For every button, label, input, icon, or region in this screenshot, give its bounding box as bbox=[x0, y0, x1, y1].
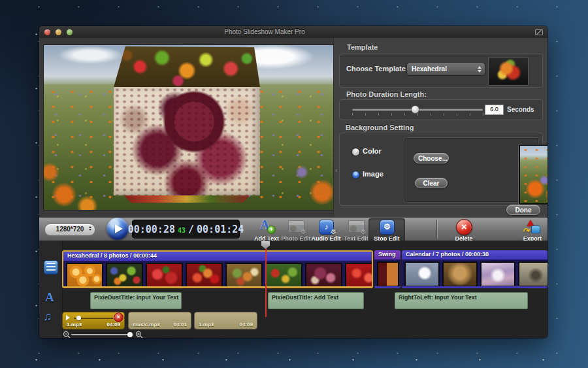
color-radio-label: Color bbox=[363, 147, 382, 155]
image-radio-label: Image bbox=[363, 170, 384, 178]
photo-thumbnail-swing[interactable] bbox=[377, 261, 399, 287]
audio-remove-button[interactable]: × bbox=[114, 312, 123, 322]
photo-thumbnail-lion[interactable] bbox=[442, 261, 478, 287]
drawer-toggle-icon[interactable] bbox=[535, 29, 543, 35]
audio-block-2[interactable]: 1.mp304:09 bbox=[194, 312, 257, 329]
photo-thumbnail-veggies[interactable] bbox=[265, 263, 302, 288]
photo-thumbnail-red-berries[interactable] bbox=[345, 263, 373, 288]
resolution-stepper-icon bbox=[89, 226, 91, 231]
photo-track-hexahedral[interactable]: Hexahedral / 8 photos / 00:00:44 bbox=[62, 250, 373, 288]
audio-play-icon[interactable] bbox=[66, 315, 70, 320]
gear-icon: ⚙ bbox=[361, 228, 367, 235]
audio-progress-thumb[interactable] bbox=[76, 316, 81, 320]
photo-track-swing[interactable]: Swing bbox=[374, 250, 400, 288]
audio-edit-button[interactable]: ♪ ⚙ Audio Edit bbox=[309, 218, 343, 243]
photo-track-icon bbox=[44, 260, 58, 275]
text-block-1[interactable]: PixieDustTitle: Add Text bbox=[268, 292, 364, 309]
duration-unit-label: Seconds bbox=[507, 106, 534, 113]
audio-name: 1.mp3 bbox=[199, 322, 214, 327]
background-group-box: Color Image Choose... Clear bbox=[339, 133, 543, 206]
choose-template-label: Choose Template: bbox=[346, 65, 408, 73]
delete-button[interactable]: × Delete bbox=[446, 218, 482, 243]
photo-track-label: Hexahedral / 8 photos / 00:00:44 bbox=[63, 252, 372, 261]
text-block-0[interactable]: PixieDustTitle: Input Your Text bbox=[90, 292, 182, 309]
choose-background-button[interactable]: Choose... bbox=[414, 153, 449, 163]
timeline-zoom-row bbox=[62, 331, 547, 338]
photo-thumbnail-oranges[interactable] bbox=[66, 263, 103, 288]
audio-edit-icon: ♪ ⚙ bbox=[318, 220, 335, 233]
title-bar[interactable]: Photo Slideshow Maker Pro bbox=[39, 26, 547, 39]
color-radio[interactable] bbox=[351, 148, 360, 156]
timeline-track-icons: A ♫ bbox=[39, 241, 63, 338]
export-button[interactable]: ↷ Export bbox=[514, 218, 547, 243]
time-separator: / bbox=[188, 224, 194, 235]
audio-duration: 04:09 bbox=[240, 322, 253, 327]
photo-track-label: Calendar / 7 photos / 00:00:38 bbox=[402, 250, 547, 259]
playhead-line bbox=[265, 247, 267, 317]
gear-icon: ⚙ bbox=[331, 228, 336, 235]
zoom-out-icon[interactable] bbox=[63, 331, 71, 338]
photo-thumbnail-lake[interactable] bbox=[518, 261, 547, 287]
time-total: 00:01:24 bbox=[197, 224, 244, 235]
photo-thumbnail-raspberry[interactable] bbox=[305, 263, 342, 288]
background-image-thumbnail bbox=[519, 144, 547, 205]
time-frames: 43 bbox=[178, 225, 186, 234]
cube-top-face bbox=[114, 46, 260, 87]
timeline-zoom-thumb[interactable] bbox=[127, 332, 133, 337]
duration-section-label: Photo Duration Length: bbox=[346, 90, 427, 98]
timeline-zoom-slider[interactable] bbox=[71, 334, 130, 335]
stop-edit-button[interactable]: ⚙ Stop Edit bbox=[368, 218, 405, 243]
resolution-dropdown[interactable]: 1280*720 bbox=[44, 224, 95, 236]
photo-track-label: Swing bbox=[374, 250, 400, 259]
photo-thumbnail-moon[interactable] bbox=[404, 261, 440, 287]
template-settings-panel: ‹ Template Choose Template: Hexahedral P… bbox=[333, 38, 547, 217]
text-edit-icon: ⚙ bbox=[348, 220, 365, 233]
add-text-icon: A + bbox=[258, 220, 275, 233]
template-preview-thumbnail bbox=[488, 57, 529, 86]
stop-edit-icon: ⚙ bbox=[378, 220, 395, 233]
duration-slider[interactable] bbox=[352, 109, 483, 110]
photo-thumbnail-strawberries[interactable] bbox=[146, 263, 183, 288]
playhead-handle[interactable] bbox=[261, 241, 270, 249]
duration-value-field[interactable]: 6.0 bbox=[485, 105, 504, 115]
play-button[interactable] bbox=[106, 218, 129, 240]
zoom-in-icon[interactable] bbox=[135, 331, 143, 338]
app-window: Photo Slideshow Maker Pro ‹ Template Cho… bbox=[39, 26, 547, 338]
photo-track-thumbnails bbox=[63, 261, 372, 288]
audio-track-icon: ♫ bbox=[43, 310, 52, 324]
photo-thumbnail-mountain[interactable] bbox=[480, 261, 515, 287]
text-track-icon: A bbox=[45, 290, 54, 305]
timeline-panel: A ♫ Hexahedral / 8 photos / 00:00:44Swin… bbox=[39, 241, 547, 338]
timeline-tracks: Hexahedral / 8 photos / 00:00:44SwingCal… bbox=[62, 241, 547, 338]
duration-group-box: 6.0 Seconds bbox=[339, 99, 543, 120]
photo-thumbnail-fruit-basket[interactable] bbox=[225, 263, 263, 288]
audio-duration: 04:09 bbox=[107, 322, 120, 327]
audio-block-footer: 1.mp304:09 bbox=[67, 322, 120, 327]
photo-thumbnail-berry-mix[interactable] bbox=[106, 263, 143, 288]
time-display: 00:00:28 43 / 00:01:24 bbox=[132, 220, 240, 239]
audio-block-0[interactable]: ×1.mp304:09 bbox=[62, 312, 125, 329]
background-section-label: Background Setting bbox=[346, 124, 414, 131]
template-group-box: Choose Template: Hexahedral bbox=[339, 54, 543, 88]
play-icon bbox=[115, 224, 123, 233]
slideshow-preview[interactable] bbox=[43, 44, 335, 210]
template-section-label: Template bbox=[347, 43, 378, 51]
template-dropdown[interactable]: Hexahedral bbox=[406, 63, 485, 76]
plus-badge-icon: + bbox=[267, 226, 276, 234]
photo-track-calendar[interactable]: Calendar / 7 photos / 00:00:38 bbox=[402, 250, 547, 288]
cube-front-face bbox=[114, 87, 260, 195]
audio-track-row: ×1.mp304:09music.mp304:011.mp304:09 bbox=[62, 312, 547, 330]
text-block-2[interactable]: RightToLeft: Input Your Text bbox=[395, 292, 528, 309]
audio-block-footer: music.mp304:01 bbox=[133, 322, 187, 327]
image-radio[interactable] bbox=[351, 171, 360, 179]
audio-progress-slider[interactable] bbox=[74, 318, 117, 319]
done-button[interactable]: Done bbox=[506, 205, 540, 215]
text-track-row: PixieDustTitle: Input Your TextPixieDust… bbox=[62, 291, 547, 310]
cube-bottom-face bbox=[120, 195, 253, 203]
audio-duration: 04:01 bbox=[174, 322, 187, 327]
audio-block-1[interactable]: music.mp304:01 bbox=[128, 312, 191, 329]
photo-track-row: Hexahedral / 8 photos / 00:00:44SwingCal… bbox=[62, 250, 547, 290]
photo-thumbnail-cherries[interactable] bbox=[186, 263, 223, 288]
toolbar: 1280*720 00:00:28 43 / 00:01:24 A + Add … bbox=[39, 217, 547, 242]
clear-background-button[interactable]: Clear bbox=[415, 178, 448, 188]
